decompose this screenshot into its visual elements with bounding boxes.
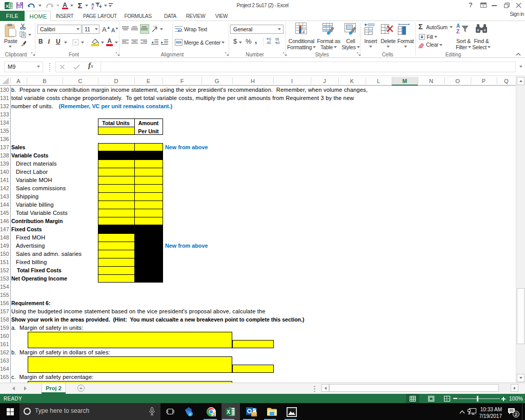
svg-text:.00: .00 [266, 41, 271, 45]
svg-text:A: A [456, 23, 460, 29]
svg-text:X: X [227, 409, 230, 415]
svg-text:X: X [6, 4, 9, 9]
svg-text:≠: ≠ [302, 29, 305, 34]
svg-text:00: 00 [275, 37, 279, 41]
svg-text:e: e [189, 412, 192, 416]
svg-text:0: 0 [269, 37, 271, 41]
svg-text:Z: Z [91, 6, 94, 9]
svg-text:Z: Z [456, 29, 459, 34]
